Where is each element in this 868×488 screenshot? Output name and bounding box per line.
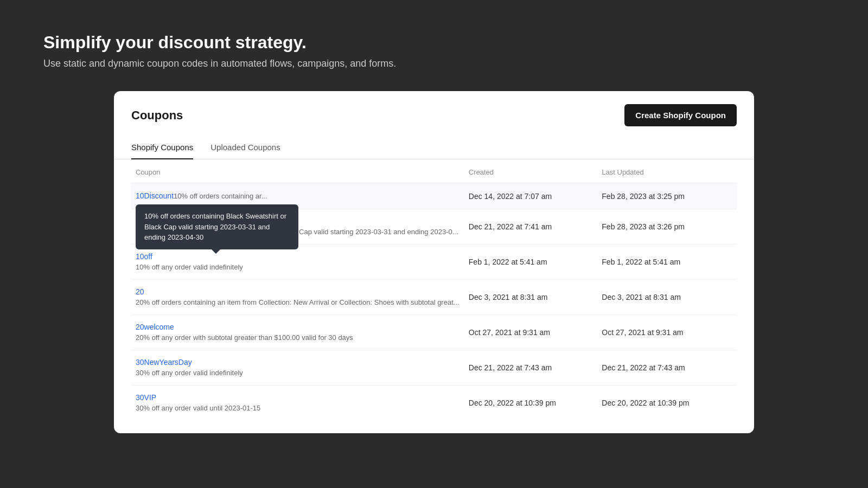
coupon-desc: 20% off orders containing an item from C… — [136, 298, 459, 306]
coupon-desc: 10% off orders containing ar... — [174, 192, 267, 200]
coupon-updated-date: Dec 3, 2021 at 8:31 am — [597, 280, 737, 315]
create-shopify-coupon-button[interactable]: Create Shopify Coupon — [624, 104, 737, 126]
col-header-updated: Last Updated — [597, 159, 737, 183]
col-header-coupon: Coupon — [131, 159, 464, 183]
coupon-name-link[interactable]: 20 — [136, 287, 460, 296]
table-row: 10off10% off any order valid indefinitel… — [131, 245, 737, 280]
table-row: 10Discount10% off orders containing Blac… — [131, 183, 737, 209]
hero-section: Simplify your discount strategy. Use sta… — [43, 33, 396, 69]
table-row: 30VIP30% off any order valid until 2023-… — [131, 386, 737, 421]
coupon-created-date: Dec 21, 2022 at 7:41 am — [464, 209, 598, 245]
tab-uploaded-coupons[interactable]: Uploaded Coupons — [210, 137, 280, 159]
coupon-updated-date: Oct 27, 2021 at 9:31 am — [597, 315, 737, 350]
table-container: Coupon Created Last Updated 10Discount10… — [114, 159, 754, 433]
table-row: 30NewYearsDay30% off any order valid ind… — [131, 350, 737, 386]
coupon-created-date: Dec 20, 2022 at 10:39 pm — [464, 386, 598, 421]
coupon-name-link[interactable]: 10off — [136, 252, 460, 261]
coupon-name-wrapper: 10Discount10% off orders containing Blac… — [136, 191, 174, 201]
coupon-desc: 30% off any order valid indefinitely — [136, 369, 243, 377]
coupon-updated-date: Dec 21, 2022 at 7:43 am — [597, 350, 737, 386]
col-header-created: Created — [464, 159, 598, 183]
hero-title: Simplify your discount strategy. — [43, 33, 396, 53]
coupons-card: Coupons Create Shopify Coupon Shopify Co… — [114, 91, 754, 433]
card-title: Coupons — [131, 108, 183, 123]
table-row: 10VIP10% off orders containing Black Swe… — [131, 209, 737, 245]
coupons-table: Coupon Created Last Updated 10Discount10… — [131, 159, 737, 420]
coupon-created-date: Dec 3, 2021 at 8:31 am — [464, 280, 598, 315]
coupon-updated-date: Feb 1, 2022 at 5:41 am — [597, 245, 737, 280]
tab-shopify-coupons[interactable]: Shopify Coupons — [131, 137, 193, 159]
coupon-desc: 10% off orders containing Black Sweatshi… — [136, 228, 458, 236]
coupon-name-link[interactable]: 10Discount — [136, 191, 174, 200]
coupon-name-link[interactable]: 20welcome — [136, 323, 460, 331]
tabs-bar: Shopify Coupons Uploaded Coupons — [114, 137, 754, 159]
coupon-desc: 30% off any order valid until 2023-01-15 — [136, 404, 260, 412]
table-row: 20welcome20% off any order with subtotal… — [131, 315, 737, 350]
coupon-created-date: Feb 1, 2022 at 5:41 am — [464, 245, 598, 280]
coupon-created-date: Dec 21, 2022 at 7:43 am — [464, 350, 598, 386]
coupon-updated-date: Dec 20, 2022 at 10:39 pm — [597, 386, 737, 421]
coupon-desc: 10% off any order valid indefinitely — [136, 263, 243, 271]
table-row: 2020% off orders containing an item from… — [131, 280, 737, 315]
coupon-updated-date: Feb 28, 2023 at 3:25 pm — [597, 183, 737, 209]
coupon-updated-date: Feb 28, 2023 at 3:26 pm — [597, 209, 737, 245]
hero-subtitle: Use static and dynamic coupon codes in a… — [43, 58, 396, 69]
card-header: Coupons Create Shopify Coupon — [114, 91, 754, 126]
coupon-name-link[interactable]: 30VIP — [136, 393, 460, 402]
coupon-name-link[interactable]: 30NewYearsDay — [136, 358, 460, 367]
coupon-created-date: Dec 14, 2022 at 7:07 am — [464, 183, 598, 209]
coupon-created-date: Oct 27, 2021 at 9:31 am — [464, 315, 598, 350]
coupon-desc: 20% off any order with subtotal greater … — [136, 333, 353, 342]
coupon-name-link[interactable]: 10VIP — [136, 217, 460, 226]
